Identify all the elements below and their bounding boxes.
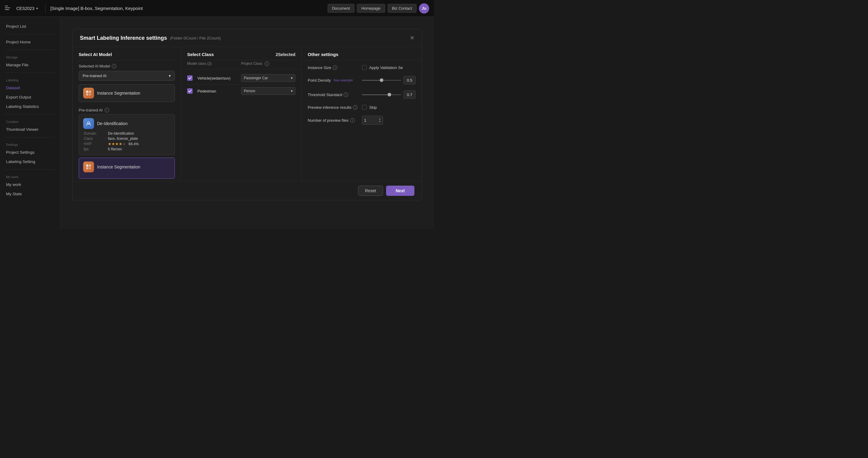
apply-validation-checkbox[interactable] (362, 65, 367, 70)
topbar: CES2023 ▾ [Single Image] B-box, Segmenta… (0, 0, 434, 17)
threshold-standard-label: Threshold Standard i (308, 93, 359, 97)
preview-files-value: 1 (364, 118, 366, 123)
modal-footer: Reset Next (73, 181, 422, 200)
instance-size-info-icon[interactable]: i (333, 65, 337, 70)
model-class-col-header: Model class (2) (187, 60, 241, 67)
inference-settings-modal: Smart Labeling Inference settings (Folde… (72, 29, 422, 200)
preview-files-input[interactable]: 1 ▲ ▼ (362, 116, 383, 125)
preview-files-info-icon[interactable]: i (350, 118, 355, 123)
sidebar-item-thumbnail-viewer[interactable]: Thumbnail Viewer (0, 125, 60, 134)
map-number: 68.4% (128, 142, 138, 146)
domain-key: Domain (84, 131, 108, 136)
fps-value: 6 file/sec (108, 147, 170, 151)
biz-contact-button[interactable]: Biz Contact (388, 4, 416, 13)
sidebar-item-my-stats[interactable]: My Stats (0, 189, 60, 199)
preview-inference-row: Preview inference results i Skip (308, 105, 415, 110)
preview-files-label: Number of preview files i (308, 118, 359, 123)
settings-panel: Other settings Instance Size i Apply Val… (302, 47, 422, 181)
chevron-down-icon: ▾ (36, 6, 38, 10)
threshold-standard-value: 0.7 (404, 90, 415, 99)
selected-model-card[interactable]: Instance Segmentation (79, 85, 175, 102)
deid-model-icon (83, 118, 94, 129)
point-density-label: Point Density See example (308, 78, 359, 83)
labeling-section-label: Labeling (0, 76, 60, 83)
increment-arrow[interactable]: ▲ (378, 118, 381, 120)
pretrained-info-icon[interactable]: i (104, 108, 109, 112)
apply-validation-label: Apply Validation Se (369, 65, 403, 70)
sidebar-item-my-work[interactable]: My work (0, 180, 60, 189)
layout: Project List Project Home Storage Manage… (0, 17, 434, 229)
pedestrian-checkbox[interactable] (187, 88, 193, 94)
threshold-slider[interactable] (362, 94, 401, 95)
model-type-dropdown[interactable]: Pre-trained AI ▾ (79, 71, 175, 81)
svg-rect-11 (89, 167, 91, 169)
models-list: De-Identification Domain De-Identificati… (73, 114, 181, 181)
model-list-item-seg[interactable]: Instance Segmentation (79, 158, 175, 179)
topbar-divider (45, 4, 45, 13)
point-density-value: 0.5 (404, 76, 415, 85)
next-button[interactable]: Next (386, 186, 414, 196)
menu-icon[interactable] (5, 5, 10, 11)
sidebar-item-manage-file[interactable]: Manage File (0, 60, 60, 70)
pretrained-label-text: Pre-trained AI (79, 108, 103, 112)
storage-section-label: Storage (0, 53, 60, 60)
sidebar-divider-3 (5, 73, 55, 73)
preview-files-row: Number of preview files i 1 ▲ ▼ (308, 116, 415, 125)
class-column-headers: Model class (2) Project Class i (181, 60, 301, 69)
ai-model-panel: Select AI Model Selected Al Model i Pre-… (73, 47, 181, 181)
sidebar-item-project-list[interactable]: Project List (0, 22, 60, 31)
pedestrian-class-label: Pedestrian (197, 89, 239, 93)
class-row-pedestrian: Pedestrian Person ▾ (187, 85, 296, 97)
pedestrian-project-class-dropdown[interactable]: Person ▾ (241, 87, 296, 95)
preview-inference-checkbox[interactable] (362, 105, 367, 110)
decrement-arrow[interactable]: ▼ (378, 121, 381, 123)
modal-subtitle: (Folder 0Count / File 2Count) (170, 36, 221, 40)
svg-rect-1 (5, 7, 10, 8)
class-key: Class (84, 136, 108, 141)
seg-model-name: Instance Segmentation (97, 165, 140, 169)
sidebar-item-export-output[interactable]: Export Output (0, 93, 60, 102)
point-density-slider[interactable] (362, 80, 401, 81)
sidebar-item-dataset[interactable]: Dataset (0, 83, 60, 93)
preview-inference-info-icon[interactable]: i (353, 105, 358, 110)
deid-model-name: De-Identification (97, 121, 127, 126)
modal-header: Smart Labeling Inference settings (Folde… (73, 29, 422, 47)
map-key: mAP (84, 142, 108, 146)
sidebar-item-project-home[interactable]: Project Home (0, 37, 60, 47)
close-button[interactable]: ✕ (410, 35, 414, 41)
preview-inference-control: Skip (362, 105, 415, 110)
point-density-example-link[interactable]: See example (334, 78, 353, 82)
homepage-button[interactable]: Homepage (357, 4, 385, 13)
selected-model-info-icon[interactable]: i (112, 64, 116, 68)
model-dropdown-value: Pre-trained AI (83, 73, 107, 78)
sidebar-item-labeling-setting[interactable]: Labeling Setting (0, 157, 60, 166)
point-density-control: 0.5 (362, 76, 415, 85)
sidebar-item-project-settings[interactable]: Project Settings (0, 148, 60, 157)
topbar-actions: Document Homepage Biz Contact Ju (328, 3, 429, 13)
preview-files-control: 1 ▲ ▼ (362, 116, 415, 125)
domain-value: De-Identification (108, 131, 170, 136)
model-seg-header: Instance Segmentation (83, 162, 170, 172)
sidebar-divider-4 (5, 114, 55, 115)
vehicle-project-class-dropdown[interactable]: Passenger Car ▾ (241, 74, 296, 82)
project-selector[interactable]: CES2023 ▾ (14, 5, 40, 12)
pretrained-section: Pre-trained AI i (73, 105, 181, 114)
project-class-info-icon[interactable]: i (265, 62, 269, 66)
document-button[interactable]: Document (328, 4, 354, 13)
threshold-info-icon[interactable]: i (344, 93, 348, 97)
instance-size-label: Instance Size i (308, 65, 359, 70)
sidebar-divider-5 (5, 137, 55, 137)
reset-button[interactable]: Reset (358, 186, 383, 196)
page-title: [Single Image] B-box, Segmentation, Keyp… (50, 6, 328, 11)
vehicle-checkbox[interactable] (187, 75, 193, 81)
model-deid-header: De-Identification (83, 118, 170, 129)
sidebar-item-labeling-statistics[interactable]: Labeling Statistics (0, 102, 60, 111)
svg-rect-5 (86, 93, 88, 96)
svg-rect-9 (89, 165, 91, 167)
svg-rect-6 (89, 93, 91, 96)
point-density-row: Point Density See example 0.5 (308, 76, 415, 85)
model-list-item-deid[interactable]: De-Identification Domain De-Identificati… (79, 114, 175, 155)
my-work-section-label: My work (0, 173, 60, 180)
avatar[interactable]: Ju (419, 3, 429, 13)
class-panel-title: Select Class (187, 52, 214, 57)
